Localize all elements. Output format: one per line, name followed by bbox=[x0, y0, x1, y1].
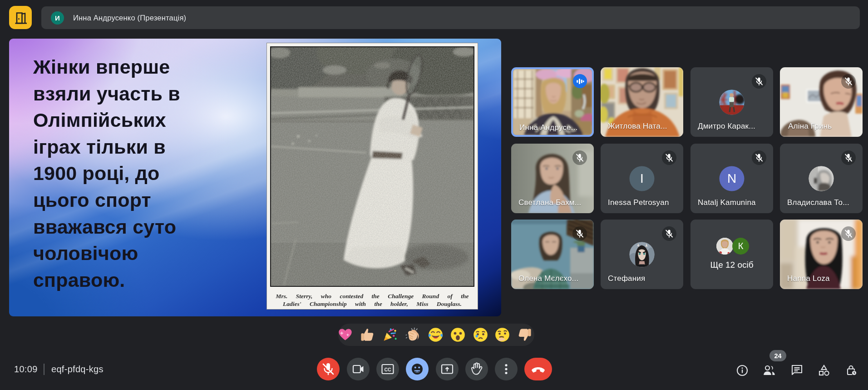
svg-text:CC: CC bbox=[384, 367, 391, 372]
